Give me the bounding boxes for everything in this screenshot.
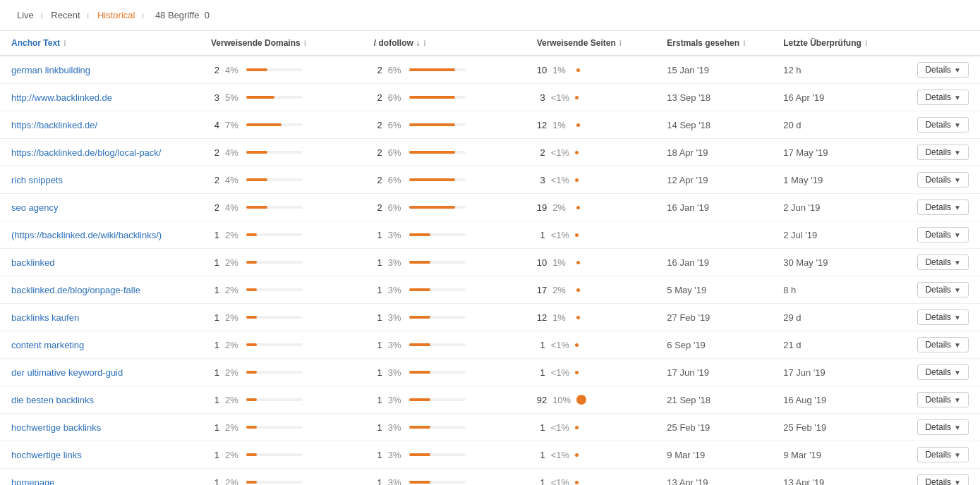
domains-pct: 7% xyxy=(225,120,243,130)
anchor-table: Anchor Text i Verweisende Domains i / do… xyxy=(0,31,980,485)
domains-bar-fill xyxy=(246,288,257,291)
details-button[interactable]: Details ▼ xyxy=(917,282,969,297)
cell-erstmals: 6 Sep '19 xyxy=(655,331,772,359)
dofollow-bar-fill xyxy=(409,343,430,346)
cell-seiten: 12 1% xyxy=(526,111,656,139)
details-button[interactable]: Details ▼ xyxy=(917,227,969,242)
dofollow-bar-track xyxy=(409,96,466,99)
domains-num: 1 xyxy=(211,477,219,486)
col-letzte: Letzte Überprüfung i xyxy=(772,31,895,56)
details-label: Details xyxy=(925,257,951,267)
tab-live[interactable]: Live xyxy=(11,7,40,23)
dofollow-bar-fill xyxy=(409,261,430,264)
cell-anchor: hochwertige links xyxy=(0,441,200,469)
seiten-dot xyxy=(576,123,580,127)
cell-dofollow: 2 6% xyxy=(363,166,526,194)
details-arrow-icon: ▼ xyxy=(954,149,961,156)
dofollow-num: 2 xyxy=(374,120,382,130)
details-button[interactable]: Details ▼ xyxy=(917,474,969,485)
table-row: https://backlinked.de/ 4 7% 2 6% 12 1% 1… xyxy=(0,111,980,139)
dofollow-num: 1 xyxy=(374,367,382,378)
tab-historical[interactable]: Historical xyxy=(92,7,140,23)
tab-bar: Live i Recent i Historical i 48 Begriffe… xyxy=(0,0,980,31)
seiten-num: 10 xyxy=(537,257,547,268)
cell-anchor: backlinked.de/blog/onpage-falle xyxy=(0,276,200,304)
domains-bar-track xyxy=(246,316,303,319)
col-erstmals-info: i xyxy=(743,39,745,47)
dofollow-pct: 6% xyxy=(388,92,406,103)
details-arrow-icon: ▼ xyxy=(954,231,961,239)
domains-num: 3 xyxy=(211,92,219,103)
dofollow-num: 1 xyxy=(374,395,382,405)
dofollow-num: 2 xyxy=(374,202,382,213)
domains-bar-track xyxy=(246,178,303,181)
domains-bar-track xyxy=(246,96,303,99)
cell-dofollow: 1 3% xyxy=(363,331,526,359)
seiten-num: 12 xyxy=(537,120,547,130)
details-button[interactable]: Details ▼ xyxy=(917,337,969,352)
details-button[interactable]: Details ▼ xyxy=(917,392,969,407)
details-button[interactable]: Details ▼ xyxy=(917,145,969,160)
seiten-pct: <1% xyxy=(551,175,569,185)
cell-seiten: 1 <1% xyxy=(526,469,656,486)
tab-recent[interactable]: Recent xyxy=(45,7,85,23)
dofollow-bar-fill xyxy=(409,288,430,291)
table-row: seo agency 2 4% 2 6% 19 2% 16 Jan '192 J… xyxy=(0,194,980,221)
cell-erstmals: 25 Feb '19 xyxy=(655,414,772,441)
details-button[interactable]: Details ▼ xyxy=(917,254,969,270)
details-button[interactable]: Details ▼ xyxy=(917,117,969,133)
domains-pct: 2% xyxy=(225,450,243,460)
domains-num: 4 xyxy=(211,120,219,130)
cell-domains: 2 4% xyxy=(200,56,363,84)
cell-erstmals xyxy=(655,221,772,249)
details-button[interactable]: Details ▼ xyxy=(917,199,969,215)
details-button[interactable]: Details ▼ xyxy=(917,419,969,435)
cell-seiten: 3 <1% xyxy=(526,84,656,111)
domains-num: 1 xyxy=(211,340,219,350)
details-arrow-icon: ▼ xyxy=(954,341,961,349)
details-button[interactable]: Details ▼ xyxy=(917,447,969,462)
details-button[interactable]: Details ▼ xyxy=(917,90,969,105)
cell-letzte: 20 d xyxy=(772,111,895,139)
cell-details: Details ▼ xyxy=(895,249,980,276)
cell-anchor: homepage xyxy=(0,469,200,486)
cell-domains: 2 4% xyxy=(200,166,363,194)
cell-anchor: hochwertige backlinks xyxy=(0,414,200,441)
table-body: german linkbuilding 2 4% 2 6% 10 1% 15 J… xyxy=(0,56,980,485)
cell-seiten: 1 <1% xyxy=(526,441,656,469)
table-row: der ultimative keyword-guid 1 2% 1 3% 1 … xyxy=(0,359,980,386)
cell-anchor: https://backlinked.de/blog/local-pack/ xyxy=(0,139,200,166)
details-arrow-icon: ▼ xyxy=(954,66,961,74)
cell-letzte: 17 Jun '19 xyxy=(772,359,895,386)
cell-domains: 1 2% xyxy=(200,414,363,441)
cell-dofollow: 1 3% xyxy=(363,249,526,276)
cell-domains: 1 2% xyxy=(200,221,363,249)
details-button[interactable]: Details ▼ xyxy=(917,172,969,188)
cell-dofollow: 1 3% xyxy=(363,359,526,386)
dofollow-bar-track xyxy=(409,343,466,346)
details-button[interactable]: Details ▼ xyxy=(917,364,969,380)
seiten-pct: 1% xyxy=(552,312,571,323)
cell-letzte: 16 Aug '19 xyxy=(772,386,895,414)
domains-pct: 4% xyxy=(225,65,243,75)
dofollow-num: 1 xyxy=(374,312,382,323)
cell-erstmals: 21 Sep '18 xyxy=(655,386,772,414)
cell-domains: 1 2% xyxy=(200,276,363,304)
seiten-dot xyxy=(576,261,580,264)
details-button[interactable]: Details ▼ xyxy=(917,309,969,325)
cell-details: Details ▼ xyxy=(895,56,980,84)
details-button[interactable]: Details ▼ xyxy=(917,62,969,78)
cell-domains: 1 2% xyxy=(200,249,363,276)
domains-bar-fill xyxy=(246,481,257,484)
domains-num: 1 xyxy=(211,257,219,268)
cell-dofollow: 1 3% xyxy=(363,441,526,469)
details-arrow-icon: ▼ xyxy=(954,259,961,266)
seiten-num: 10 xyxy=(537,65,547,75)
domains-bar-fill xyxy=(246,343,257,346)
details-label: Details xyxy=(925,340,951,350)
details-label: Details xyxy=(925,92,951,102)
seiten-num: 1 xyxy=(537,230,545,240)
cell-letzte: 13 Apr '19 xyxy=(772,469,895,486)
cell-seiten: 10 1% xyxy=(526,56,656,84)
table-row: die besten backlinks 1 2% 1 3% 92 10% 21… xyxy=(0,386,980,414)
